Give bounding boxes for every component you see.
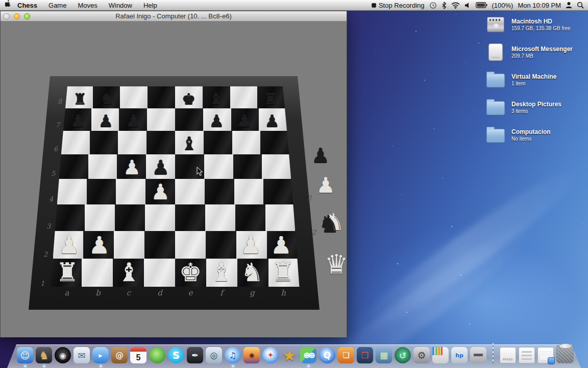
desktop-icon-virtual-machine[interactable]: Virtual Machine1 item <box>486 71 588 89</box>
square-g5[interactable] <box>233 154 262 179</box>
finder-dock-icon[interactable] <box>17 347 33 363</box>
address-book-dock-icon[interactable] <box>111 347 128 363</box>
menu-game[interactable]: Game <box>43 0 71 11</box>
square-g4[interactable] <box>234 179 264 204</box>
piece-white-king-e1[interactable]: ♚ <box>179 260 202 285</box>
piece-black-pawn-c7[interactable]: ♟ <box>126 112 141 129</box>
apple-menu[interactable] <box>0 0 11 11</box>
piece-white-pawn-h2[interactable]: ♟ <box>271 233 292 257</box>
square-c8[interactable] <box>120 86 148 108</box>
square-a6[interactable] <box>61 131 90 154</box>
square-e4[interactable] <box>175 179 205 204</box>
square-h6[interactable] <box>260 131 289 154</box>
pages-dock-icon[interactable] <box>187 347 203 363</box>
square-e7[interactable] <box>175 108 203 131</box>
square-d2[interactable] <box>144 231 175 259</box>
piece-white-pawn-b2[interactable]: ♟ <box>89 233 110 257</box>
captured-black-knight[interactable]: ♞ <box>318 212 339 236</box>
square-g6[interactable] <box>232 131 261 154</box>
square-d6[interactable] <box>146 131 175 154</box>
menu-window[interactable]: Window <box>104 0 137 11</box>
square-d7[interactable] <box>147 108 175 131</box>
menu-app-name[interactable]: Chess <box>12 0 42 11</box>
square-a4[interactable] <box>57 179 87 204</box>
piece-white-bishop-f1[interactable]: ♝ <box>210 260 233 285</box>
system-preferences-dock-icon[interactable] <box>413 347 430 363</box>
square-d1[interactable] <box>144 259 175 287</box>
square-c4[interactable] <box>116 179 145 204</box>
square-f5[interactable] <box>204 154 233 179</box>
square-f3[interactable] <box>205 204 235 231</box>
piece-white-rook-a1[interactable]: ♜ <box>56 260 79 285</box>
piece-black-pawn-f7[interactable]: ♟ <box>209 112 225 129</box>
time-machine-dock-icon[interactable] <box>395 347 411 363</box>
piece-black-pawn-d5[interactable]: ♟ <box>152 157 169 177</box>
chess-dock-icon[interactable] <box>36 347 52 363</box>
piece-black-knight-b8[interactable]: ♞ <box>100 91 114 107</box>
desktop-icon-computacion[interactable]: ComputacionNo items <box>486 126 588 144</box>
square-c2[interactable] <box>114 231 144 259</box>
spreadsheet-doc-dock-icon[interactable] <box>537 347 554 363</box>
pages-document-dock-icon[interactable]: PAGES <box>500 347 516 363</box>
dashboard-dock-icon[interactable] <box>55 347 71 363</box>
square-f6[interactable] <box>204 131 232 154</box>
square-g8[interactable] <box>230 86 258 108</box>
safari-dock-icon[interactable] <box>262 347 279 363</box>
stop-recording-menu-item[interactable]: Stop Recording <box>372 2 425 9</box>
square-h5[interactable] <box>262 154 291 179</box>
piece-black-rook-h8[interactable]: ♜ <box>263 91 277 107</box>
square-d8[interactable] <box>148 86 175 108</box>
piece-black-bishop-e6[interactable]: ♝ <box>181 134 198 153</box>
piece-black-pawn-b7[interactable]: ♟ <box>99 112 114 129</box>
square-a3[interactable] <box>55 204 85 231</box>
desktop-icon-desktop-pictures[interactable]: Desktop Pictures3 items <box>486 98 588 117</box>
piece-black-pawn-a7[interactable]: ♟ <box>70 112 86 129</box>
keynote-dock-icon[interactable] <box>338 347 354 363</box>
wifi-icon[interactable] <box>451 2 460 9</box>
square-h4[interactable] <box>263 179 293 204</box>
box-archive-dock-icon[interactable] <box>519 347 535 363</box>
hp-photosmart-dock-icon[interactable] <box>451 347 468 363</box>
square-b5[interactable] <box>88 154 117 179</box>
square-f2[interactable] <box>206 231 236 259</box>
square-c6[interactable] <box>118 131 146 154</box>
desktop-icon-macintosh-hd[interactable]: Macintosh HD159.7 GB, 135.38 GB free <box>486 15 588 34</box>
skype-dock-icon[interactable] <box>168 347 184 363</box>
captured-black-pawn[interactable]: ♟ <box>311 145 330 166</box>
square-b4[interactable] <box>87 179 116 204</box>
mail-dock-icon[interactable] <box>74 347 90 363</box>
piece-white-pawn-a2[interactable]: ♟ <box>58 233 80 257</box>
piece-black-bishop-f8[interactable]: ♝ <box>209 91 223 107</box>
piece-black-pawn-h7[interactable]: ♟ <box>264 112 280 129</box>
preview-dock-icon[interactable] <box>206 347 222 363</box>
numbers-dock-icon[interactable] <box>432 347 449 363</box>
ichat-dock-icon[interactable] <box>92 347 109 363</box>
piece-white-pawn-c5[interactable]: ♟ <box>123 157 141 177</box>
piece-white-bishop-c1[interactable]: ♝ <box>117 260 140 285</box>
menu-clock[interactable]: Mon 10:09 PM <box>518 2 561 9</box>
square-f4[interactable] <box>205 179 234 204</box>
user-icon[interactable] <box>566 2 572 9</box>
sync-clock-icon[interactable] <box>429 2 437 9</box>
captured-white-pawn[interactable]: ♟ <box>316 175 335 196</box>
piece-black-king-e8[interactable]: ♚ <box>182 91 195 107</box>
piece-black-pawn-g7[interactable]: ♟ <box>237 112 252 129</box>
captured-white-queen[interactable]: ♛ <box>325 251 347 278</box>
quicktime-dock-icon[interactable] <box>319 347 335 363</box>
window-titlebar[interactable]: Rafael Inigo - Computer (10. ... Bc8-e6) <box>1 11 347 21</box>
battery-icon[interactable] <box>476 2 487 8</box>
square-g3[interactable] <box>235 204 265 231</box>
iphoto-dock-icon[interactable] <box>243 347 260 363</box>
piece-white-knight-g1[interactable]: ♞ <box>240 260 263 285</box>
volume-icon[interactable] <box>464 2 471 9</box>
printer-dock-icon[interactable] <box>470 347 486 363</box>
square-h3[interactable] <box>265 204 296 231</box>
bluetooth-icon[interactable] <box>442 2 447 9</box>
piece-white-pawn-d4[interactable]: ♟ <box>151 181 170 203</box>
green-app-dock-icon[interactable] <box>149 347 165 363</box>
imovie-dock-icon[interactable] <box>281 347 298 363</box>
square-b3[interactable] <box>85 204 115 231</box>
itunes-dock-icon[interactable] <box>225 347 241 363</box>
desktop-icon-microsoft-messenger[interactable]: Microsoft Messenger209.7 MB <box>486 43 588 61</box>
square-e2[interactable] <box>175 231 206 259</box>
